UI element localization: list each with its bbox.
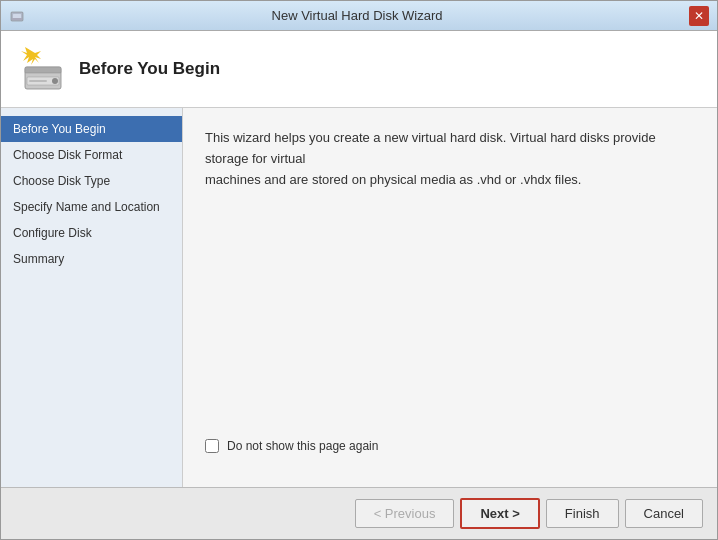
window-title: New Virtual Hard Disk Wizard <box>25 8 689 23</box>
sidebar-item-summary[interactable]: Summary <box>1 246 182 272</box>
wizard-icon <box>17 45 65 93</box>
do-not-show-checkbox[interactable] <box>205 439 219 453</box>
close-button[interactable]: ✕ <box>689 6 709 26</box>
sidebar: Before You Begin Choose Disk Format Choo… <box>1 108 183 487</box>
footer: < Previous Next > Finish Cancel <box>1 487 717 539</box>
svg-rect-5 <box>25 67 61 73</box>
svg-marker-3 <box>21 47 41 65</box>
wizard-window: New Virtual Hard Disk Wizard ✕ Before Yo… <box>0 0 718 540</box>
page-title: Before You Begin <box>79 59 220 79</box>
title-bar: New Virtual Hard Disk Wizard ✕ <box>1 1 717 31</box>
do-not-show-row: Do not show this page again <box>205 439 695 453</box>
previous-button[interactable]: < Previous <box>355 499 455 528</box>
content-area: Before You Begin Choose Disk Format Choo… <box>1 108 717 487</box>
svg-rect-8 <box>29 80 47 82</box>
do-not-show-label[interactable]: Do not show this page again <box>227 439 378 453</box>
sidebar-item-choose-disk-format[interactable]: Choose Disk Format <box>1 142 182 168</box>
header-area: Before You Begin <box>1 31 717 108</box>
description-text: This wizard helps you create a new virtu… <box>205 128 695 190</box>
svg-rect-2 <box>12 18 22 20</box>
sidebar-item-before-you-begin[interactable]: Before You Begin <box>1 116 182 142</box>
main-panel: This wizard helps you create a new virtu… <box>183 108 717 487</box>
next-button[interactable]: Next > <box>460 498 539 529</box>
svg-point-7 <box>52 78 58 84</box>
sidebar-item-choose-disk-type[interactable]: Choose Disk Type <box>1 168 182 194</box>
sidebar-item-configure-disk[interactable]: Configure Disk <box>1 220 182 246</box>
cancel-button[interactable]: Cancel <box>625 499 703 528</box>
finish-button[interactable]: Finish <box>546 499 619 528</box>
window-icon <box>9 8 25 24</box>
sidebar-item-specify-name-location[interactable]: Specify Name and Location <box>1 194 182 220</box>
